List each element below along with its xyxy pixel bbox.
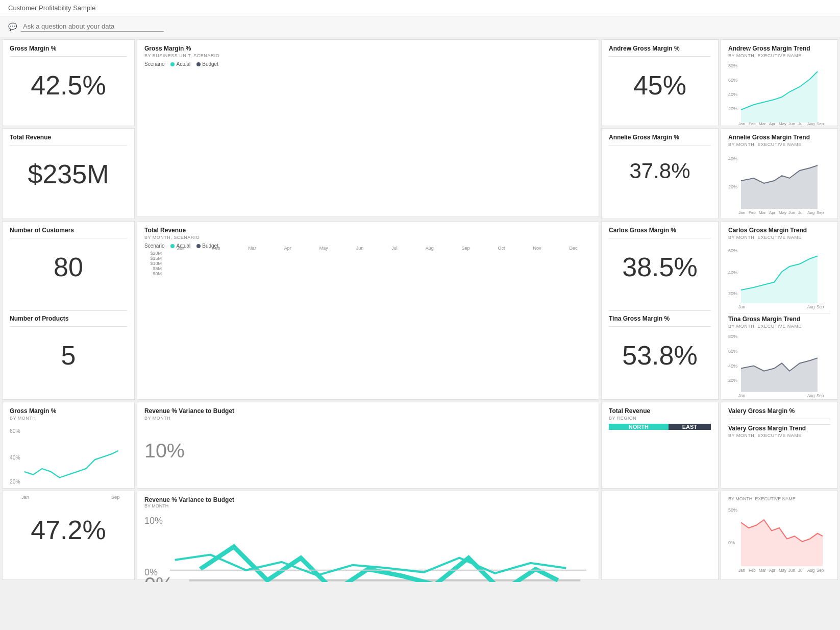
bottom-placeholder bbox=[601, 491, 719, 580]
tina-gm-value: 53.8% bbox=[609, 330, 711, 381]
rev-variance-card: Revenue % Variance to Budget BY MONTH 10… bbox=[137, 402, 599, 489]
rev-variance-large-chart: 10% 0% Jan Feb Mar Apr May Jun Jul Aug S… bbox=[144, 508, 591, 582]
rev-variance-subtitle: BY MONTH bbox=[144, 416, 591, 421]
svg-text:Jan: Jan bbox=[738, 122, 745, 126]
scenario-label2: Scenario bbox=[144, 243, 164, 249]
dashboard-grid: Gross Margin % 42.5% Gross Margin % BY B… bbox=[0, 37, 840, 491]
svg-text:Jul: Jul bbox=[798, 210, 803, 215]
svg-text:Jun: Jun bbox=[788, 122, 795, 126]
annelie-trend-subtitle: BY MONTH, EXECUTIVE NAME bbox=[728, 142, 830, 147]
svg-text:Mar: Mar bbox=[759, 122, 766, 126]
carlos-trend-chart: 60% 40% 20% Jan Aug Sep bbox=[728, 243, 830, 311]
num-customers-value: 80 bbox=[10, 241, 127, 293]
gross-margin-pct-card: Gross Margin % 42.5% bbox=[2, 39, 135, 126]
carlos-section: Carlos Gross Margin % 38.5% bbox=[609, 227, 711, 311]
valery-gm-section: Valery Gross Margin % bbox=[728, 407, 830, 425]
tina-section: Tina Gross Margin % 53.8% bbox=[609, 311, 711, 395]
num-products-title: Number of Products bbox=[10, 315, 127, 322]
carlos-tina-trends-card: Carlos Gross Margin Trend BY MONTH, EXEC… bbox=[721, 221, 838, 400]
actual-legend: Actual bbox=[170, 61, 190, 67]
svg-text:Jul: Jul bbox=[798, 122, 803, 126]
svg-text:Aug: Aug bbox=[807, 394, 814, 398]
andrew-trend-card: Andrew Gross Margin Trend BY MONTH, EXEC… bbox=[721, 39, 838, 126]
other-regions: EAST bbox=[669, 424, 711, 430]
svg-text:Sep: Sep bbox=[111, 495, 119, 500]
annelie-trend-title: Annelie Gross Margin Trend bbox=[728, 134, 830, 141]
tina-gm-title: Tina Gross Margin % bbox=[609, 315, 711, 322]
svg-text:40%: 40% bbox=[10, 455, 20, 461]
svg-text:Mar: Mar bbox=[759, 210, 766, 215]
svg-text:Jul: Jul bbox=[798, 568, 803, 572]
svg-text:Apr: Apr bbox=[769, 568, 776, 572]
qa-icon: 💬 bbox=[8, 22, 17, 31]
svg-text:Feb: Feb bbox=[749, 122, 756, 126]
svg-text:Feb: Feb bbox=[749, 210, 756, 215]
total-rev-region-chart: NORTH EAST bbox=[609, 424, 711, 430]
svg-text:60%: 60% bbox=[10, 428, 20, 434]
total-revenue-card: Total Revenue $235M bbox=[2, 128, 135, 219]
svg-text:20%: 20% bbox=[728, 106, 737, 111]
svg-marker-87 bbox=[741, 358, 818, 392]
annelie-gm-title: Annelie Gross Margin % bbox=[609, 134, 711, 141]
rev-variance-title: Revenue % Variance to Budget bbox=[144, 407, 591, 415]
num-products-value: 5 bbox=[10, 330, 127, 381]
andrew-trend-chart: 80% 60% 40% 20% Jan Feb Mar Apr May Jun … bbox=[728, 61, 830, 129]
tina-trend-subtitle: BY MONTH, EXECUTIVE NAME bbox=[728, 324, 830, 329]
annelie-gm-card: Annelie Gross Margin % 37.8% bbox=[601, 128, 719, 219]
svg-text:Sep: Sep bbox=[817, 305, 824, 309]
valery-trend-section: Valery Gross Margin Trend BY MONTH, EXEC… bbox=[728, 425, 830, 483]
andrew-gm-value: 45% bbox=[609, 60, 711, 111]
svg-text:Jun: Jun bbox=[788, 210, 795, 215]
svg-text:80%: 80% bbox=[728, 63, 737, 68]
app-title-bar: Customer Profitability Sample bbox=[0, 0, 840, 16]
carlos-tina-card: Carlos Gross Margin % 38.5% Tina Gross M… bbox=[601, 221, 719, 400]
svg-text:Sep: Sep bbox=[817, 568, 824, 572]
svg-marker-30 bbox=[741, 71, 818, 123]
svg-text:Aug: Aug bbox=[807, 122, 814, 126]
svg-text:May: May bbox=[779, 568, 787, 572]
svg-text:Aug: Aug bbox=[807, 568, 815, 572]
valery-trend-chart-subtitle: BY MONTH, EXECUTIVE NAME bbox=[728, 496, 830, 501]
budget-legend: Budget bbox=[196, 61, 218, 67]
valery-trend-chart-card: BY MONTH, EXECUTIVE NAME 50% 0% Jan Feb … bbox=[721, 491, 838, 580]
tina-trend-chart: 80% 60% 40% 20% Jan Aug Sep bbox=[728, 332, 830, 400]
total-rev-monthly-card: Total Revenue BY MONTH, SCENARIO Scenari… bbox=[137, 221, 599, 400]
svg-text:20%: 20% bbox=[10, 479, 20, 484]
svg-text:40%: 40% bbox=[728, 270, 737, 275]
gm-pct-title: Gross Margin % bbox=[10, 45, 127, 52]
svg-text:0%: 0% bbox=[728, 540, 735, 545]
svg-text:Aug: Aug bbox=[807, 305, 814, 309]
svg-text:10%: 10% bbox=[144, 439, 185, 462]
qa-input[interactable] bbox=[21, 21, 164, 32]
svg-text:60%: 60% bbox=[728, 349, 737, 354]
svg-text:Sep: Sep bbox=[817, 122, 824, 126]
total-revenue-title: Total Revenue bbox=[10, 134, 127, 141]
svg-text:40%: 40% bbox=[728, 92, 737, 97]
carlos-gm-title: Carlos Gross Margin % bbox=[609, 227, 711, 234]
num-products-section: Number of Products 5 bbox=[10, 311, 127, 395]
gm-pct-value: 42.5% bbox=[10, 60, 127, 111]
svg-text:Apr: Apr bbox=[769, 210, 776, 215]
num-customers-title: Number of Customers bbox=[10, 227, 127, 234]
andrew-gm-title: Andrew Gross Margin % bbox=[609, 45, 711, 52]
svg-text:40%: 40% bbox=[728, 363, 737, 368]
num-customers-section: Number of Customers 80 bbox=[10, 227, 127, 311]
svg-text:20%: 20% bbox=[728, 291, 737, 296]
andrew-trend-subtitle: BY MONTH, EXECUTIVE NAME bbox=[728, 53, 830, 58]
gm-by-month-chart: 60% 40% 20% Jan Sep bbox=[10, 424, 127, 502]
svg-text:Mar: Mar bbox=[759, 568, 766, 572]
svg-text:80%: 80% bbox=[728, 334, 737, 339]
annelie-trend-chart: 40% 20% Jan Feb Mar Apr May Jun Jul Aug … bbox=[728, 150, 830, 218]
svg-text:20%: 20% bbox=[728, 184, 737, 189]
total-revenue-value: $235M bbox=[10, 149, 127, 200]
svg-text:40%: 40% bbox=[728, 156, 737, 161]
svg-text:Jan: Jan bbox=[21, 495, 29, 500]
valery-trend-subtitle: BY MONTH, EXECUTIVE NAME bbox=[728, 433, 830, 438]
gm-legend: Scenario Actual Budget bbox=[144, 61, 591, 67]
svg-text:Jan: Jan bbox=[738, 305, 745, 309]
svg-text:10%: 10% bbox=[144, 516, 163, 526]
svg-text:Jan: Jan bbox=[738, 210, 745, 215]
gm-by-bu-title: Gross Margin % bbox=[144, 45, 591, 52]
customers-products-card: Number of Customers 80 Number of Product… bbox=[2, 221, 135, 400]
total-rev-region-subtitle: BY REGION bbox=[609, 416, 711, 421]
